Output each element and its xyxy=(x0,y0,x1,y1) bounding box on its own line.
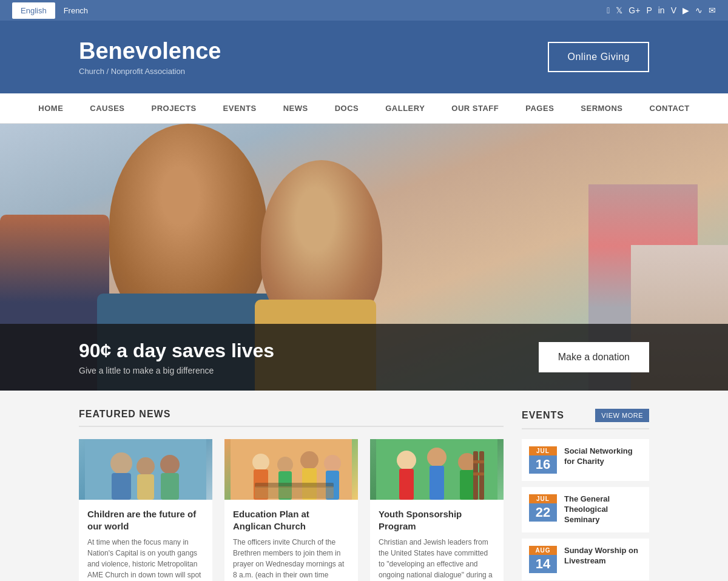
svg-point-20 xyxy=(397,451,416,470)
donate-button[interactable]: Make a donation xyxy=(539,342,649,372)
news-card-body-3: Youth Sponsorship Program Christian and … xyxy=(370,500,504,581)
pinterest-icon[interactable]: P xyxy=(646,5,652,15)
nav-pages[interactable]: PAGES xyxy=(512,93,567,123)
main-content: FEATURED NEWS xyxy=(0,391,728,581)
svg-rect-18 xyxy=(255,486,334,499)
email-icon[interactable]: ✉ xyxy=(709,5,716,15)
main-nav: HOME CAUSES PROJECTS EVENTS NEWS DOCS GA… xyxy=(0,93,728,124)
top-bar: English French  𝕏 G+ P in V ▶ ∿ ✉ xyxy=(0,0,728,21)
news-card-1[interactable]: Children are the future of our world At … xyxy=(79,439,212,581)
lang-french-button[interactable]: French xyxy=(55,2,96,19)
event-month-1: JUL xyxy=(529,446,557,455)
language-switcher: English French xyxy=(12,2,96,19)
event-day-2: 22 xyxy=(529,503,557,522)
rss-icon[interactable]: ∿ xyxy=(695,5,703,15)
events-sidebar: EVENTS VIEW MORE JUL 16 Social Networkin… xyxy=(522,409,649,581)
site-subtitle: Church / Nonprofit Association xyxy=(79,67,221,76)
event-item-1[interactable]: JUL 16 Social Networking for Charity xyxy=(522,439,649,481)
news-card-2[interactable]: Education Plan at Anglican Church The of… xyxy=(224,439,358,581)
news-image-2 xyxy=(224,439,358,500)
nav-causes[interactable]: CAUSES xyxy=(76,93,138,123)
nav-events[interactable]: EVENTS xyxy=(210,93,270,123)
news-card-body-2: Education Plan at Anglican Church The of… xyxy=(224,500,358,581)
event-info-2: The General Theological Seminary xyxy=(564,494,642,525)
svg-rect-25 xyxy=(460,470,474,500)
hero-overlay: 90¢ a day saves lives Give a little to m… xyxy=(0,324,728,391)
svg-point-13 xyxy=(300,451,318,469)
event-day-1: 16 xyxy=(529,455,557,474)
event-month-3: AUG xyxy=(529,546,557,555)
site-title: Benevolence xyxy=(79,38,221,64)
svg-rect-29 xyxy=(473,472,484,475)
event-date-1: JUL 16 xyxy=(529,446,557,474)
svg-point-9 xyxy=(252,454,269,471)
news-img-svg-1 xyxy=(79,439,212,500)
news-card-3[interactable]: Youth Sponsorship Program Christian and … xyxy=(370,439,504,581)
event-name-1: Social Networking for Charity xyxy=(564,446,642,467)
news-grid: Children are the future of our world At … xyxy=(79,439,504,581)
event-item-2[interactable]: JUL 22 The General Theological Seminary xyxy=(522,487,649,532)
news-card-text-3: Christian and Jewish leaders from the Un… xyxy=(379,537,495,581)
event-month-2: JUL xyxy=(529,494,557,503)
nav-news[interactable]: NEWS xyxy=(270,93,322,123)
brand: Benevolence Church / Nonprofit Associati… xyxy=(79,38,221,76)
social-icons-bar:  𝕏 G+ P in V ▶ ∿ ✉ xyxy=(607,5,716,15)
site-header: Benevolence Church / Nonprofit Associati… xyxy=(0,21,728,93)
event-name-2: The General Theological Seminary xyxy=(564,494,642,525)
svg-rect-28 xyxy=(473,460,484,463)
events-header: EVENTS VIEW MORE xyxy=(522,409,649,429)
featured-news-title: FEATURED NEWS xyxy=(79,409,504,427)
news-card-text-1: At time when the focus many in Nation's … xyxy=(87,537,204,580)
svg-rect-7 xyxy=(85,439,206,500)
online-giving-button[interactable]: Online Giving xyxy=(548,42,649,72)
vimeo-icon[interactable]: V xyxy=(671,5,676,15)
hero-section: 90¢ a day saves lives Give a little to m… xyxy=(0,124,728,391)
lang-english-button[interactable]: English xyxy=(12,2,55,19)
nav-home[interactable]: HOME xyxy=(25,93,76,123)
event-info-1: Social Networking for Charity xyxy=(564,446,642,467)
event-name-3: Sunday Worship on Livestream xyxy=(564,546,642,566)
event-date-3: AUG 14 xyxy=(529,546,557,573)
nav-ourstaff[interactable]: OUR STAFF xyxy=(438,93,512,123)
svg-point-15 xyxy=(324,455,341,472)
news-card-title-1: Children are the future of our world xyxy=(87,508,204,532)
view-more-button[interactable]: VIEW MORE xyxy=(595,409,649,422)
facebook-icon[interactable]:  xyxy=(607,5,610,15)
event-item-3[interactable]: AUG 14 Sunday Worship on Livestream xyxy=(522,539,649,580)
svg-rect-21 xyxy=(399,469,414,500)
news-card-title-2: Education Plan at Anglican Church xyxy=(233,508,349,532)
events-section-title: EVENTS xyxy=(522,410,564,421)
news-image-3 xyxy=(370,439,504,500)
svg-point-11 xyxy=(277,457,293,472)
news-image-1 xyxy=(79,439,212,500)
event-day-3: 14 xyxy=(529,555,557,573)
featured-news-section: FEATURED NEWS xyxy=(79,409,504,581)
event-info-3: Sunday Worship on Livestream xyxy=(564,546,642,566)
news-card-body-1: Children are the future of our world At … xyxy=(79,500,212,581)
youtube-icon[interactable]: ▶ xyxy=(682,5,689,15)
news-card-text-2: The officers invite Church of the Brethr… xyxy=(233,537,349,580)
nav-contact[interactable]: CONTACT xyxy=(636,93,703,123)
google-plus-icon[interactable]: G+ xyxy=(629,5,640,15)
hero-text: 90¢ a day saves lives Give a little to m… xyxy=(79,340,274,375)
svg-rect-23 xyxy=(430,466,444,500)
nav-sermons[interactable]: SERMONS xyxy=(567,93,636,123)
nav-docs[interactable]: DOCS xyxy=(322,93,372,123)
news-img-svg-3 xyxy=(370,439,504,500)
hero-headline: 90¢ a day saves lives xyxy=(79,340,274,362)
linkedin-icon[interactable]: in xyxy=(658,5,665,15)
news-img-svg-2 xyxy=(224,439,358,500)
svg-point-22 xyxy=(427,448,447,467)
nav-gallery[interactable]: GALLERY xyxy=(372,93,438,123)
event-date-2: JUL 22 xyxy=(529,494,557,522)
news-card-title-3: Youth Sponsorship Program xyxy=(379,508,495,532)
hero-subtext: Give a little to make a big difference xyxy=(79,366,274,375)
twitter-icon[interactable]: 𝕏 xyxy=(616,5,622,15)
nav-projects[interactable]: PROJECTS xyxy=(138,93,210,123)
